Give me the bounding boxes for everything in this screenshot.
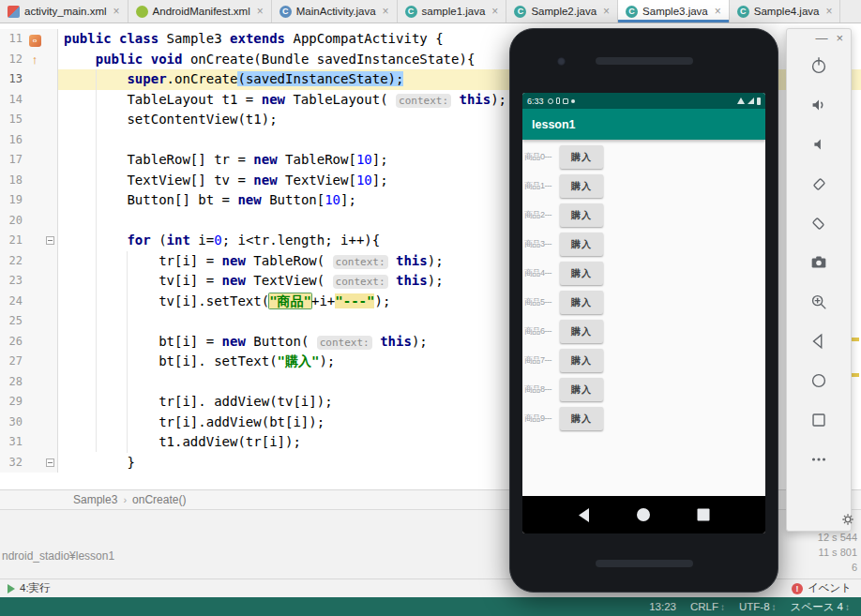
fold-area — [45, 271, 56, 292]
buy-button[interactable]: 購入 — [560, 378, 603, 401]
gutter-icon-area — [24, 211, 45, 232]
volume-down-button[interactable] — [808, 134, 829, 155]
buy-button[interactable]: 購入 — [560, 145, 603, 169]
buy-button[interactable]: 購入 — [560, 262, 603, 285]
tab-mainactivity-java[interactable]: CMainActivity.java× — [272, 0, 398, 23]
zoom-button[interactable] — [808, 292, 829, 312]
back-button[interactable] — [808, 331, 829, 352]
rotate-right-button[interactable] — [808, 213, 829, 233]
line-number: 19 — [0, 190, 24, 211]
line-number: 29 — [0, 392, 24, 413]
override-gutter-icon[interactable]: ↑ — [32, 53, 38, 67]
earpiece-speaker — [596, 57, 693, 65]
close-tab-icon[interactable]: × — [257, 5, 264, 18]
screenshot-button[interactable] — [808, 252, 829, 273]
buy-button[interactable]: 購入 — [560, 407, 603, 430]
gutter-icon-area — [24, 332, 45, 353]
close-tab-icon[interactable]: × — [825, 5, 832, 18]
nav-home-icon[interactable] — [632, 503, 655, 526]
close-tab-icon[interactable]: × — [113, 5, 120, 18]
fold-marker-icon[interactable] — [46, 236, 54, 245]
overview-button[interactable] — [808, 410, 829, 430]
close-tab-icon[interactable]: × — [603, 5, 610, 18]
caret-position[interactable]: 13:23 — [649, 601, 676, 612]
settings-gear-icon[interactable] — [840, 512, 855, 531]
buy-button[interactable]: 購入 — [560, 349, 603, 372]
android-nav-bar — [522, 496, 765, 533]
buy-button[interactable]: 購入 — [560, 233, 603, 256]
fold-area — [45, 292, 56, 312]
gutter: 15 — [0, 110, 58, 130]
fold-area — [45, 190, 56, 211]
emulator-screen[interactable]: 6:33 lesson1 商品0---購入商品1---購入商品2---購入商品3… — [522, 93, 765, 533]
close-tab-icon[interactable]: × — [491, 5, 498, 18]
emulator-window: 6:33 lesson1 商品0---購入商品1---購入商品2---購入商品3… — [509, 28, 778, 593]
fold-marker-icon[interactable] — [46, 458, 54, 467]
run-tab-label: 4:実行 — [20, 581, 51, 595]
line-number: 11 — [0, 29, 24, 50]
tab-sample3-java[interactable]: CSample3.java× — [618, 0, 730, 23]
gutter: 25 — [0, 311, 58, 332]
java-class-icon: C — [626, 6, 638, 18]
close-tab-icon[interactable]: × — [383, 5, 389, 18]
project-path-text: ndroid_stadio¥lesson1 — [2, 549, 114, 563]
gutter: 22 — [0, 251, 58, 272]
table-row: 商品3---購入 — [522, 230, 765, 259]
power-button[interactable] — [808, 55, 829, 76]
clock-text: 6:33 — [527, 97, 544, 106]
emulator-toolbar-icons — [808, 55, 829, 470]
line-number: 13 — [0, 69, 24, 90]
rotate-left-button[interactable] — [808, 173, 829, 194]
fold-area — [45, 110, 56, 130]
product-table: 商品0---購入商品1---購入商品2---購入商品3---購入商品4---購入… — [522, 140, 765, 496]
error-badge-icon: ! — [792, 583, 803, 594]
nav-overview-icon[interactable] — [692, 503, 715, 526]
nav-back-icon[interactable] — [573, 503, 596, 526]
bottom-speaker — [596, 560, 693, 567]
buy-button[interactable]: 購入 — [560, 291, 603, 314]
line-number: 20 — [0, 211, 24, 232]
indent-selector[interactable]: スペース 4↕ — [791, 600, 850, 614]
event-log-label: イベント — [808, 581, 852, 595]
product-label: 商品5--- — [524, 296, 558, 308]
encoding-selector[interactable]: UTF-8↕ — [739, 601, 777, 612]
line-ending-selector[interactable]: CRLF↕ — [690, 601, 725, 612]
tab-androidmanifest-xml[interactable]: AndroidManifest.xml× — [128, 0, 272, 23]
app-title: lesson1 — [532, 118, 576, 131]
gutter-icon-area — [24, 372, 45, 393]
indent-guide — [96, 69, 97, 452]
buy-button[interactable]: 購入 — [560, 174, 603, 198]
breadcrumb-item-method[interactable]: onCreate() — [132, 493, 186, 506]
gutter-icon-area — [24, 453, 45, 473]
dot-icon — [571, 99, 575, 103]
java-class-icon: C — [514, 6, 526, 18]
fold-area — [45, 332, 56, 353]
more-button[interactable] — [808, 449, 829, 470]
java-class-icon: C — [405, 6, 417, 18]
run-icon — [8, 584, 15, 593]
gutter-icon-area — [24, 392, 45, 413]
fold-area — [45, 90, 56, 111]
volume-up-button[interactable] — [808, 95, 829, 115]
buy-button[interactable]: 購入 — [560, 203, 603, 227]
close-tab-icon[interactable]: × — [715, 5, 721, 18]
line-number: 14 — [0, 90, 24, 111]
buy-button[interactable]: 購入 — [560, 320, 603, 343]
run-toolwindow-tab[interactable]: 4:実行 — [8, 581, 51, 595]
tab-sample1-java[interactable]: Csample1.java× — [398, 0, 507, 23]
minimize-icon[interactable]: — — [815, 32, 827, 45]
tab-activity-main-xml[interactable]: activity_main.xml× — [0, 0, 128, 23]
search-match-stripe[interactable] — [851, 338, 859, 341]
breadcrumb-item-class[interactable]: Sample3 — [73, 493, 117, 506]
tab-label: Sample4.java — [754, 6, 820, 17]
tab-sample2-java[interactable]: CSample2.java× — [506, 0, 618, 23]
tab-sample4-java[interactable]: CSample4.java× — [730, 0, 841, 23]
search-match-stripe[interactable] — [851, 373, 859, 377]
event-log-button[interactable]: ! イベント — [792, 581, 852, 595]
product-label: 商品1--- — [524, 180, 558, 192]
gutter-icon-area — [24, 251, 45, 272]
close-icon[interactable]: × — [836, 32, 843, 45]
gutter-icon-area — [24, 352, 45, 372]
class-gutter-icon[interactable]: ‹› — [29, 35, 41, 47]
home-button[interactable] — [808, 370, 829, 391]
